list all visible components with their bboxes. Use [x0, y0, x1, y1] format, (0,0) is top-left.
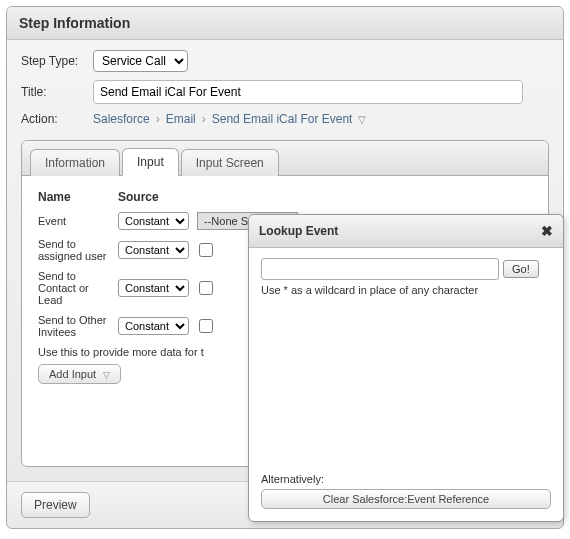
tab-input-screen[interactable]: Input Screen [181, 149, 279, 176]
source-select[interactable]: Constant [118, 317, 189, 335]
dialog-header: Lookup Event ✖ [249, 215, 563, 248]
action-row: Action: Salesforce › Email › Send Email … [21, 112, 549, 126]
col-header-source: Source [118, 190, 208, 204]
value-checkbox[interactable] [199, 281, 213, 295]
add-input-button[interactable]: Add Input ▽ [38, 364, 121, 384]
panel-title: Step Information [7, 7, 563, 40]
tab-information[interactable]: Information [30, 149, 120, 176]
title-label: Title: [21, 85, 93, 99]
step-type-select[interactable]: Service Call [93, 50, 188, 72]
chevron-down-icon[interactable]: ▽ [358, 114, 366, 125]
source-select[interactable]: Constant [118, 279, 189, 297]
value-checkbox[interactable] [199, 243, 213, 257]
wildcard-hint: Use * as a wildcard in place of any char… [261, 284, 551, 296]
add-input-label: Add Input [49, 368, 96, 380]
tab-bar: Information Input Input Screen [22, 141, 548, 176]
preview-button[interactable]: Preview [21, 492, 90, 518]
row-label: Event [38, 215, 118, 227]
source-select[interactable]: Constant [118, 241, 189, 259]
row-label: Send to Contact or Lead [38, 270, 118, 306]
grid-header: Name Source [38, 190, 532, 204]
step-type-row: Step Type: Service Call [21, 50, 549, 72]
action-label: Action: [21, 112, 93, 126]
row-label: Send to Other Invitees [38, 314, 118, 338]
chevron-down-icon: ▽ [103, 370, 110, 380]
step-type-label: Step Type: [21, 54, 93, 68]
col-header-name: Name [38, 190, 118, 204]
action-breadcrumb[interactable]: Salesforce › Email › Send Email iCal For… [93, 112, 366, 126]
crumb-2[interactable]: Send Email iCal For Event [212, 112, 353, 126]
dialog-title: Lookup Event [259, 224, 338, 238]
chevron-right-icon: › [202, 112, 206, 126]
chevron-right-icon: › [156, 112, 160, 126]
clear-reference-button[interactable]: Clear Salesforce:Event Reference [261, 489, 551, 509]
value-checkbox[interactable] [199, 319, 213, 333]
alternatively-label: Alternatively: [261, 473, 551, 485]
title-input[interactable] [93, 80, 523, 104]
dialog-body: Go! Use * as a wildcard in place of any … [249, 248, 563, 465]
row-label: Send to assigned user [38, 238, 118, 262]
source-select[interactable]: Constant [118, 212, 189, 230]
go-button[interactable]: Go! [503, 260, 539, 278]
tab-input[interactable]: Input [122, 148, 179, 176]
lookup-event-dialog: Lookup Event ✖ Go! Use * as a wildcard i… [248, 214, 564, 522]
close-icon[interactable]: ✖ [541, 223, 553, 239]
dialog-footer: Alternatively: Clear Salesforce:Event Re… [249, 465, 563, 521]
crumb-0[interactable]: Salesforce [93, 112, 150, 126]
lookup-input[interactable] [261, 258, 499, 280]
crumb-1[interactable]: Email [166, 112, 196, 126]
title-row: Title: [21, 80, 549, 104]
